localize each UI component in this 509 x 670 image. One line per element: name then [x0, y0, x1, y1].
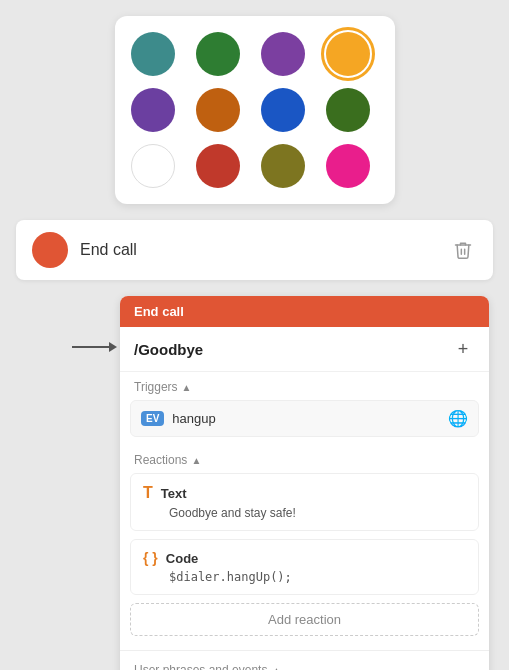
reactions-chevron: ▲ [191, 455, 201, 466]
add-intent-button[interactable]: + [451, 337, 475, 361]
triggers-label: Triggers [134, 380, 178, 394]
triggers-chevron: ▲ [182, 382, 192, 393]
color-dot-red[interactable] [196, 144, 240, 188]
intent-card-body: /Goodbye + Triggers ▲ EV hangup 🌐 [120, 327, 489, 670]
text-reaction-icon: T [143, 484, 153, 502]
reactions-section-header: Reactions ▲ [120, 445, 489, 473]
text-reaction-value: Goodbye and stay safe! [143, 506, 466, 520]
triggers-section-header: Triggers ▲ [120, 372, 489, 400]
trigger-left: EV hangup [141, 411, 216, 426]
trigger-item: EV hangup 🌐 [130, 400, 479, 437]
color-dot-brown[interactable] [196, 88, 240, 132]
name-color-dot [32, 232, 68, 268]
reaction-code-item: { } Code $dialer.hangUp(); [130, 539, 479, 595]
color-dot-olive[interactable] [261, 144, 305, 188]
name-input[interactable] [80, 241, 437, 259]
intent-card: End call /Goodbye + Triggers ▲ EV hangup [120, 296, 489, 670]
add-reaction-button[interactable]: Add reaction [130, 603, 479, 636]
color-dot-blue[interactable] [261, 88, 305, 132]
arrow-indicator [72, 346, 110, 348]
color-dot-purple[interactable] [261, 32, 305, 76]
code-reaction-value: $dialer.hangUp(); [143, 570, 466, 584]
color-dot-pink[interactable] [326, 144, 370, 188]
trigger-name: hangup [172, 411, 215, 426]
code-reaction-title: Code [166, 551, 199, 566]
globe-icon: 🌐 [448, 409, 468, 428]
user-phrases-label: User phrases and events [134, 663, 267, 670]
code-reaction-icon: { } [143, 550, 158, 566]
color-dot-violet[interactable] [131, 88, 175, 132]
reaction-code-header: { } Code [143, 550, 466, 566]
color-dot-white[interactable] [131, 144, 175, 188]
color-dot-orange-selected[interactable] [326, 32, 370, 76]
delete-button[interactable] [449, 236, 477, 264]
user-phrases-section-header: User phrases and events ▲ [120, 655, 489, 670]
ev-badge: EV [141, 411, 164, 426]
color-dot-teal[interactable] [131, 32, 175, 76]
reaction-text-header: T Text [143, 484, 466, 502]
color-dot-green[interactable] [196, 32, 240, 76]
section-divider [120, 650, 489, 651]
name-input-row [16, 220, 493, 280]
intent-name-row: /Goodbye + [120, 327, 489, 372]
trash-icon [453, 240, 473, 260]
reaction-text-item: T Text Goodbye and stay safe! [130, 473, 479, 531]
reactions-label: Reactions [134, 453, 187, 467]
text-reaction-title: Text [161, 486, 187, 501]
intent-card-wrapper: End call /Goodbye + Triggers ▲ EV hangup [120, 296, 489, 670]
color-dot-dark-green[interactable] [326, 88, 370, 132]
intent-name: /Goodbye [134, 341, 203, 358]
color-picker-panel [115, 16, 395, 204]
intent-card-header: End call [120, 296, 489, 327]
intent-header-label: End call [134, 304, 184, 319]
user-phrases-chevron: ▲ [271, 665, 281, 671]
